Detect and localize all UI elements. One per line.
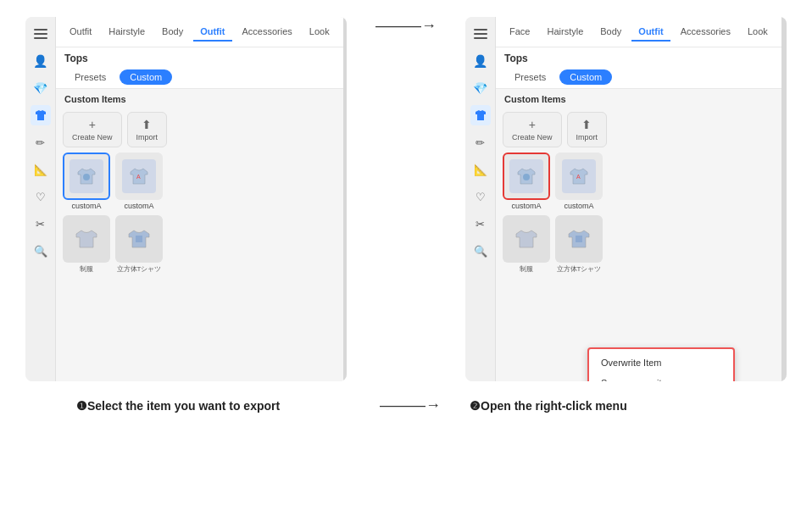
item-thumb-1[interactable]: [63, 153, 110, 200]
tabs-row-1: Presets Custom: [56, 66, 343, 89]
main-container: 👤 💎 ✏ 📐 ♡ ✂ 🔍 Outfit Hairstyle Body Out: [0, 0, 812, 423]
sidebar-pencil-icon[interactable]: ✏: [31, 132, 51, 153]
nav-tab-hairstyle-1[interactable]: Hairstyle: [102, 23, 152, 42]
more-item-1[interactable]: 制服: [63, 215, 110, 274]
sidebar-pencil-icon-2[interactable]: ✏: [470, 132, 491, 153]
nav-tab-accessories-2[interactable]: Accessories: [674, 23, 737, 42]
svg-rect-1: [34, 33, 47, 35]
section-header-1: Tops: [56, 47, 343, 66]
caption1-text: Select the item you want to export: [87, 399, 280, 413]
more-item-label-2: 立方体Tシャツ: [117, 264, 162, 274]
context-menu-overwrite[interactable]: Overwrite Item: [589, 352, 733, 373]
sidebar-1: 👤 💎 ✏ 📐 ♡ ✂ 🔍: [25, 17, 56, 381]
item-thumb-2-1[interactable]: [503, 153, 550, 200]
svg-rect-24: [474, 33, 487, 35]
sidebar-scissors-icon-2[interactable]: ✂: [470, 214, 491, 234]
caption-arrow: ———→: [380, 397, 441, 414]
sidebar-heart-icon-2[interactable]: ♡: [470, 186, 491, 207]
tabs-row-2: Presets Custom: [496, 66, 781, 89]
item-label-2: customA: [124, 202, 153, 210]
panel-1: 👤 💎 ✏ 📐 ♡ ✂ 🔍 Outfit Hairstyle Body Out: [25, 17, 347, 381]
items-area-2: + Create New ⬆ Import: [496, 107, 781, 215]
svg-rect-25: [474, 37, 487, 39]
custom-tab-2[interactable]: Custom: [559, 69, 612, 85]
action-row-1: + Create New ⬆ Import: [63, 112, 336, 147]
custom-items-label-2: Custom Items: [496, 89, 781, 107]
nav-tab-accessories-1[interactable]: Accessories: [236, 23, 299, 42]
panel2-preview: CUSTOM B: [781, 17, 787, 381]
create-new-btn-1[interactable]: + Create New: [63, 112, 122, 147]
item-thumb-inner-2-2: A: [562, 159, 596, 193]
item-thumb-inner-2: A: [122, 159, 156, 193]
nav-tab-outfit-1[interactable]: Outfit: [193, 23, 231, 42]
sidebar-2: 👤 💎 ✏ 📐 ♡ ✂ 🔍: [465, 17, 496, 381]
more-item-thumb-2-1: [503, 215, 550, 263]
sidebar-scissors-icon[interactable]: ✂: [31, 214, 51, 234]
more-item-label-2-2: 立方体Tシャツ: [557, 264, 602, 274]
import-icon-2: ⬆: [581, 118, 592, 131]
item-thumb-2-2[interactable]: A: [555, 153, 603, 200]
more-items-row-2: 制服 立方体Tシャツ: [496, 215, 781, 277]
nav-tab-look-1[interactable]: Look: [303, 23, 336, 42]
panel2-content: Face Hairstyle Body Outfit Accessories L…: [496, 17, 781, 381]
item-thumb-2[interactable]: A: [115, 153, 163, 200]
nav-tab-outfit-2[interactable]: Outfit: [631, 23, 670, 42]
more-item-2[interactable]: 立方体Tシャツ: [115, 215, 163, 274]
nav-tab-look-2[interactable]: Look: [741, 23, 775, 42]
sidebar-shape-icon[interactable]: 📐: [31, 159, 51, 180]
svg-point-26: [523, 174, 530, 180]
caption1-number: ❶: [76, 399, 87, 413]
presets-tab-2[interactable]: Presets: [504, 69, 556, 85]
sidebar-gem-icon-2[interactable]: 💎: [470, 78, 491, 98]
item-thumb-inner-2-1: [509, 159, 543, 193]
more-item-2-1[interactable]: 制服: [503, 215, 550, 274]
item-card-2-1[interactable]: customA: [503, 153, 550, 210]
svg-text:A: A: [136, 174, 141, 180]
presets-tab-1[interactable]: Presets: [64, 69, 116, 85]
panel1-content: Outfit Hairstyle Body Outfit Accessories…: [56, 17, 343, 381]
item-card-2-2[interactable]: A customA: [555, 153, 603, 210]
sidebar-gem-icon[interactable]: 💎: [31, 78, 51, 98]
caption-arrow-container: ———→: [376, 397, 444, 414]
action-row-2: + Create New ⬆ Import: [503, 112, 775, 147]
more-item-2-2[interactable]: 立方体Tシャツ: [555, 215, 603, 274]
sidebar-outfit-icon-2[interactable]: [470, 105, 491, 125]
more-item-thumb-2: [115, 215, 163, 263]
sidebar-face-icon-2[interactable]: 👤: [470, 51, 491, 71]
nav-tab-hairstyle-2[interactable]: Hairstyle: [540, 23, 590, 42]
sidebar-face-icon[interactable]: 👤: [31, 51, 51, 71]
create-new-btn-2[interactable]: + Create New: [503, 112, 562, 147]
svg-rect-5: [136, 236, 142, 242]
sidebar-menu-icon-2[interactable]: [470, 24, 491, 44]
item-card-1[interactable]: customA: [63, 153, 110, 210]
sidebar-search-icon[interactable]: 🔍: [31, 241, 51, 261]
caption2-number: ❷: [470, 399, 481, 413]
context-menu: Overwrite Item Save as new item Duplicat…: [587, 347, 735, 381]
more-items-row-1: 制服 立方体Tシャツ: [56, 215, 343, 277]
nav-tab-face-2[interactable]: Face: [503, 23, 537, 42]
more-item-label-2-1: 制服: [520, 264, 533, 274]
sidebar-search-icon-2[interactable]: 🔍: [470, 241, 491, 261]
item-card-2[interactable]: A customA: [115, 153, 163, 210]
plus-icon-1: +: [89, 118, 96, 131]
sidebar-menu-icon[interactable]: [31, 24, 51, 44]
svg-text:A: A: [576, 174, 581, 180]
caption-2: ❷Open the right-click menu: [444, 399, 770, 413]
context-menu-save-new[interactable]: Save as new item: [589, 373, 733, 381]
nav-tab-face-1[interactable]: Outfit: [63, 23, 98, 42]
step-arrow: ———→: [375, 17, 437, 35]
panel2-nav: Face Hairstyle Body Outfit Accessories L…: [496, 17, 781, 47]
plus-icon-2: +: [529, 118, 536, 131]
nav-tab-body-1[interactable]: Body: [155, 23, 190, 42]
svg-rect-0: [34, 29, 47, 31]
custom-tab-1[interactable]: Custom: [120, 69, 172, 85]
sidebar-outfit-icon[interactable]: [31, 105, 51, 125]
items-area-1: + Create New ⬆ Import: [56, 107, 343, 215]
svg-rect-23: [474, 29, 487, 31]
panel1-nav: Outfit Hairstyle Body Outfit Accessories…: [56, 17, 343, 47]
import-btn-1[interactable]: ⬆ Import: [127, 112, 168, 147]
sidebar-heart-icon[interactable]: ♡: [31, 186, 51, 207]
sidebar-shape-icon-2[interactable]: 📐: [470, 159, 491, 180]
nav-tab-body-2[interactable]: Body: [593, 23, 628, 42]
import-btn-2[interactable]: ⬆ Import: [567, 112, 608, 147]
